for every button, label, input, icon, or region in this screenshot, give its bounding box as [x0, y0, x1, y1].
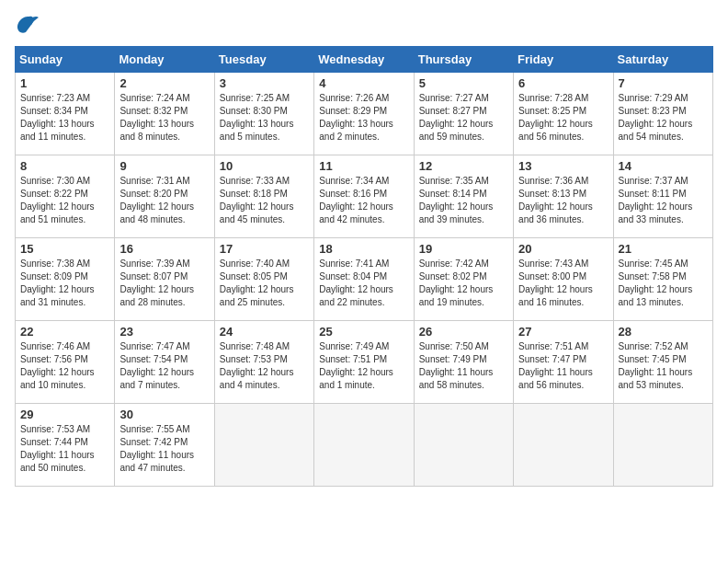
calendar-cell: 24Sunrise: 7:48 AMSunset: 7:53 PMDayligh… [214, 321, 313, 404]
calendar-cell: 26Sunrise: 7:50 AMSunset: 7:49 PMDayligh… [414, 321, 513, 404]
calendar-cell: 9Sunrise: 7:31 AMSunset: 8:20 PMDaylight… [115, 155, 214, 238]
day-number: 4 [319, 76, 408, 90]
calendar-cell: 21Sunrise: 7:45 AMSunset: 7:58 PMDayligh… [613, 238, 712, 321]
day-info: Sunrise: 7:30 AMSunset: 8:22 PMDaylight:… [20, 176, 95, 224]
day-number: 8 [20, 159, 109, 173]
day-info: Sunrise: 7:43 AMSunset: 8:00 PMDaylight:… [518, 259, 593, 307]
calendar-cell: 17Sunrise: 7:40 AMSunset: 8:05 PMDayligh… [214, 238, 313, 321]
calendar-cell: 8Sunrise: 7:30 AMSunset: 8:22 PMDaylight… [16, 155, 115, 238]
calendar-cell: 22Sunrise: 7:46 AMSunset: 7:56 PMDayligh… [16, 321, 115, 404]
day-number: 27 [518, 325, 608, 339]
week-row-5: 29Sunrise: 7:53 AMSunset: 7:44 PMDayligh… [16, 404, 713, 487]
day-number: 28 [619, 325, 708, 339]
day-number: 25 [319, 325, 408, 339]
calendar-cell: 28Sunrise: 7:52 AMSunset: 7:45 PMDayligh… [613, 321, 712, 404]
day-number: 5 [419, 76, 508, 90]
calendar-cell: 1Sunrise: 7:23 AMSunset: 8:34 PMDaylight… [16, 73, 115, 155]
calendar-cell: 13Sunrise: 7:36 AMSunset: 8:13 PMDayligh… [514, 155, 613, 238]
day-number: 16 [119, 242, 209, 256]
day-info: Sunrise: 7:40 AMSunset: 8:05 PMDaylight:… [220, 259, 294, 307]
day-info: Sunrise: 7:45 AMSunset: 7:58 PMDaylight:… [619, 259, 693, 307]
day-number: 13 [518, 159, 608, 173]
page-header [15, 15, 713, 35]
calendar-cell: 12Sunrise: 7:35 AMSunset: 8:14 PMDayligh… [414, 155, 513, 238]
day-info: Sunrise: 7:23 AMSunset: 8:34 PMDaylight:… [20, 93, 95, 142]
day-number: 29 [20, 408, 109, 421]
week-row-2: 8Sunrise: 7:30 AMSunset: 8:22 PMDaylight… [16, 155, 713, 238]
calendar-cell: 16Sunrise: 7:39 AMSunset: 8:07 PMDayligh… [115, 238, 214, 321]
day-number: 18 [319, 242, 408, 256]
day-info: Sunrise: 7:38 AMSunset: 8:09 PMDaylight:… [20, 259, 95, 307]
day-number: 7 [619, 76, 708, 90]
day-info: Sunrise: 7:48 AMSunset: 7:53 PMDaylight:… [220, 341, 294, 390]
day-number: 9 [119, 159, 209, 173]
day-number: 3 [220, 76, 309, 90]
logo-icon [15, 15, 40, 35]
day-number: 20 [518, 242, 608, 256]
day-info: Sunrise: 7:52 AMSunset: 7:45 PMDaylight:… [619, 341, 693, 390]
day-number: 12 [419, 159, 508, 173]
calendar-cell: 3Sunrise: 7:25 AMSunset: 8:30 PMDaylight… [214, 73, 313, 155]
day-info: Sunrise: 7:39 AMSunset: 8:07 PMDaylight:… [119, 259, 194, 307]
day-info: Sunrise: 7:49 AMSunset: 7:51 PMDaylight:… [319, 341, 393, 390]
calendar-cell: 29Sunrise: 7:53 AMSunset: 7:44 PMDayligh… [16, 404, 115, 487]
week-row-4: 22Sunrise: 7:46 AMSunset: 7:56 PMDayligh… [16, 321, 713, 404]
calendar-cell: 14Sunrise: 7:37 AMSunset: 8:11 PMDayligh… [613, 155, 712, 238]
day-number: 10 [220, 159, 309, 173]
day-number: 30 [119, 408, 209, 421]
day-info: Sunrise: 7:34 AMSunset: 8:16 PMDaylight:… [319, 176, 393, 224]
day-header-monday: Monday [115, 47, 214, 73]
calendar-header-row: SundayMondayTuesdayWednesdayThursdayFrid… [16, 47, 713, 73]
day-header-saturday: Saturday [613, 47, 712, 73]
calendar-cell: 25Sunrise: 7:49 AMSunset: 7:51 PMDayligh… [314, 321, 414, 404]
day-info: Sunrise: 7:55 AMSunset: 7:42 PMDaylight:… [119, 424, 194, 473]
logo [15, 15, 44, 35]
day-header-thursday: Thursday [414, 47, 513, 73]
day-number: 23 [119, 325, 209, 339]
calendar-cell: 19Sunrise: 7:42 AMSunset: 8:02 PMDayligh… [414, 238, 513, 321]
day-header-friday: Friday [514, 47, 613, 73]
calendar-cell: 15Sunrise: 7:38 AMSunset: 8:09 PMDayligh… [16, 238, 115, 321]
calendar-cell: 23Sunrise: 7:47 AMSunset: 7:54 PMDayligh… [115, 321, 214, 404]
day-header-tuesday: Tuesday [214, 47, 313, 73]
calendar-cell: 10Sunrise: 7:33 AMSunset: 8:18 PMDayligh… [214, 155, 313, 238]
day-info: Sunrise: 7:47 AMSunset: 7:54 PMDaylight:… [119, 341, 194, 390]
day-header-sunday: Sunday [16, 47, 115, 73]
calendar-cell: 20Sunrise: 7:43 AMSunset: 8:00 PMDayligh… [514, 238, 613, 321]
calendar-body: 1Sunrise: 7:23 AMSunset: 8:34 PMDaylight… [16, 73, 713, 487]
day-number: 6 [518, 76, 608, 90]
day-info: Sunrise: 7:25 AMSunset: 8:30 PMDaylight:… [220, 93, 294, 142]
day-number: 21 [619, 242, 708, 256]
day-info: Sunrise: 7:42 AMSunset: 8:02 PMDaylight:… [419, 259, 494, 307]
day-number: 2 [119, 76, 209, 90]
day-number: 15 [20, 242, 109, 256]
calendar-cell [214, 404, 313, 487]
day-number: 19 [419, 242, 508, 256]
day-info: Sunrise: 7:37 AMSunset: 8:11 PMDaylight:… [619, 176, 693, 224]
day-number: 24 [220, 325, 309, 339]
week-row-3: 15Sunrise: 7:38 AMSunset: 8:09 PMDayligh… [16, 238, 713, 321]
day-number: 26 [419, 325, 508, 339]
calendar-cell: 4Sunrise: 7:26 AMSunset: 8:29 PMDaylight… [314, 73, 414, 155]
day-info: Sunrise: 7:53 AMSunset: 7:44 PMDaylight:… [20, 424, 95, 473]
calendar-cell: 18Sunrise: 7:41 AMSunset: 8:04 PMDayligh… [314, 238, 414, 321]
day-header-wednesday: Wednesday [314, 47, 414, 73]
calendar-cell [613, 404, 712, 487]
calendar-cell [514, 404, 613, 487]
calendar-cell: 2Sunrise: 7:24 AMSunset: 8:32 PMDaylight… [115, 73, 214, 155]
day-info: Sunrise: 7:33 AMSunset: 8:18 PMDaylight:… [220, 176, 294, 224]
calendar-cell: 5Sunrise: 7:27 AMSunset: 8:27 PMDaylight… [414, 73, 513, 155]
calendar-cell [414, 404, 513, 487]
calendar-cell [314, 404, 414, 487]
day-info: Sunrise: 7:36 AMSunset: 8:13 PMDaylight:… [518, 176, 593, 224]
day-number: 11 [319, 159, 408, 173]
day-info: Sunrise: 7:27 AMSunset: 8:27 PMDaylight:… [419, 93, 494, 142]
day-info: Sunrise: 7:31 AMSunset: 8:20 PMDaylight:… [119, 176, 194, 224]
calendar-cell: 27Sunrise: 7:51 AMSunset: 7:47 PMDayligh… [514, 321, 613, 404]
day-info: Sunrise: 7:24 AMSunset: 8:32 PMDaylight:… [119, 93, 194, 142]
day-number: 14 [619, 159, 708, 173]
day-info: Sunrise: 7:35 AMSunset: 8:14 PMDaylight:… [419, 176, 494, 224]
day-number: 22 [20, 325, 109, 339]
calendar-cell: 30Sunrise: 7:55 AMSunset: 7:42 PMDayligh… [115, 404, 214, 487]
day-info: Sunrise: 7:46 AMSunset: 7:56 PMDaylight:… [20, 341, 95, 390]
